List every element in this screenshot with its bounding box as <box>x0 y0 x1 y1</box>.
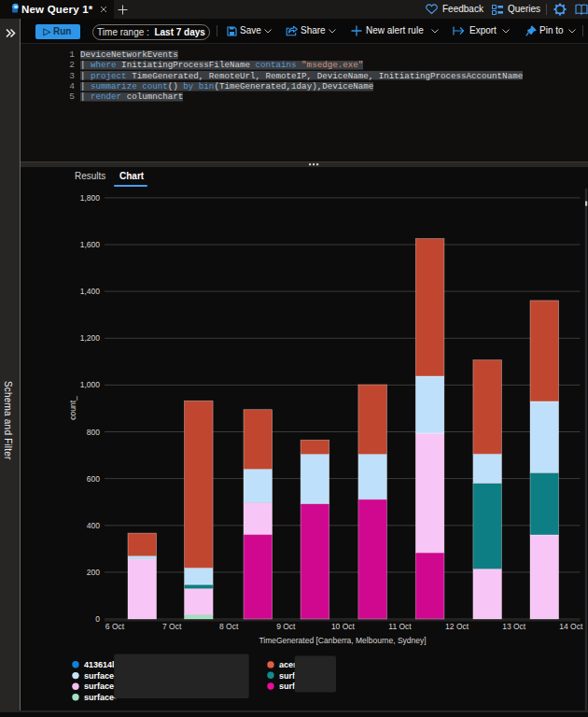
svg-text:8 Oct: 8 Oct <box>219 622 239 631</box>
svg-text:7 Oct: 7 Oct <box>162 622 182 631</box>
svg-text:10 Oct: 10 Oct <box>331 622 356 631</box>
svg-text:1,600: 1,600 <box>80 240 101 249</box>
svg-text:413614l: 413614l <box>84 660 115 669</box>
svg-text:1,000: 1,000 <box>80 380 101 389</box>
svg-text:1,200: 1,200 <box>80 333 101 343</box>
svg-text:surf: surf <box>279 682 296 691</box>
svg-text:1,800: 1,800 <box>80 193 101 203</box>
svg-text:11 Oct: 11 Oct <box>388 622 412 631</box>
svg-text:count_: count_ <box>68 396 77 420</box>
svg-text:9 Oct: 9 Oct <box>276 622 296 631</box>
svg-text:13 Oct: 13 Oct <box>502 622 526 631</box>
svg-text:0: 0 <box>95 614 100 624</box>
svg-text:12 Oct: 12 Oct <box>445 622 469 631</box>
svg-text:200: 200 <box>87 568 100 577</box>
svg-text:400: 400 <box>87 521 100 530</box>
svg-text:surface-: surface- <box>84 682 117 691</box>
svg-text:800: 800 <box>87 428 100 437</box>
svg-text:acer: acer <box>279 660 297 669</box>
svg-text:14 Oct: 14 Oct <box>559 622 583 631</box>
svg-text:surface-: surface- <box>84 693 117 702</box>
svg-text:1,400: 1,400 <box>80 287 101 296</box>
svg-text:6 Oct: 6 Oct <box>105 622 125 631</box>
svg-text:surface-: surface- <box>84 671 117 681</box>
svg-text:600: 600 <box>87 474 100 484</box>
svg-text:surf: surf <box>279 671 296 681</box>
svg-text:TimeGenerated [Canberra, Melbo: TimeGenerated [Canberra, Melbourne, Sydn… <box>259 636 426 645</box>
